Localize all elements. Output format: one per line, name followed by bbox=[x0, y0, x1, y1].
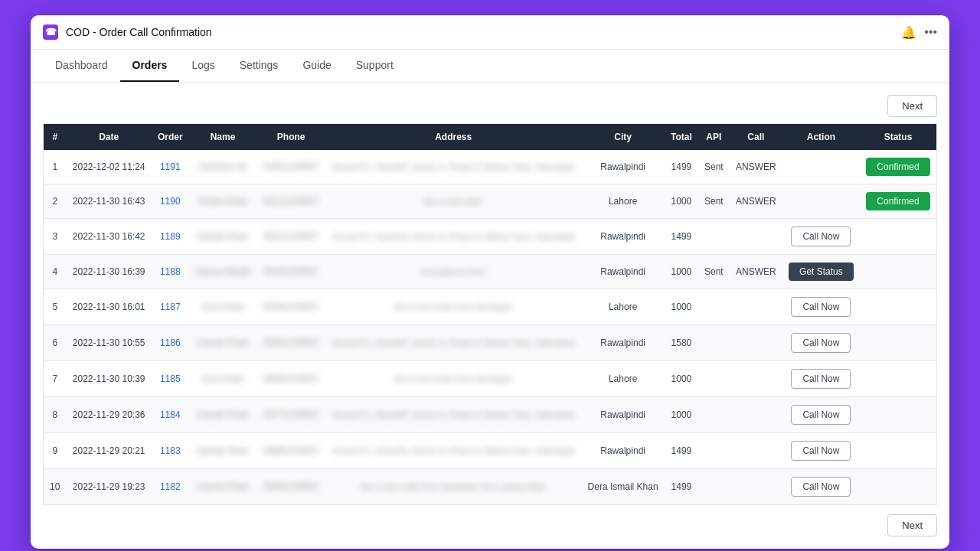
cell-city: Lahore bbox=[581, 361, 665, 397]
table-row: 5 2022-11-30 16:01 1187 Azra Khan 034412… bbox=[44, 289, 937, 325]
order-link[interactable]: 1184 bbox=[160, 409, 181, 420]
cell-total: 1499 bbox=[665, 150, 698, 184]
col-call: Call bbox=[730, 124, 782, 151]
cell-status bbox=[860, 397, 936, 433]
cell-date: 2022-11-30 10:55 bbox=[67, 325, 152, 361]
get-status-button[interactable]: Get Status bbox=[789, 262, 854, 281]
order-link[interactable]: 1189 bbox=[160, 231, 181, 242]
cell-num: 1 bbox=[44, 150, 67, 184]
order-link[interactable]: 1185 bbox=[160, 373, 181, 384]
cell-name: Zainab Khan bbox=[189, 219, 256, 255]
cell-name: Arslan Khan bbox=[189, 184, 256, 219]
cell-phone: 03661234567 bbox=[256, 361, 325, 397]
cell-call bbox=[730, 469, 782, 505]
cell-city: Rawalpindi bbox=[581, 325, 665, 361]
cell-phone: 03991234567 bbox=[256, 469, 325, 505]
window-title: COD - Order Call Confirmation bbox=[66, 26, 893, 38]
notification-icon[interactable]: 🔔 bbox=[901, 25, 916, 40]
cell-order: 1188 bbox=[152, 255, 189, 289]
order-link[interactable]: 1182 bbox=[160, 481, 181, 492]
call-now-button[interactable]: Call Now bbox=[791, 477, 851, 497]
cell-status bbox=[860, 433, 936, 469]
cell-call bbox=[730, 219, 782, 255]
table-row: 9 2022-11-29 20:21 1183 Zainab Khan 0388… bbox=[44, 433, 937, 469]
table-row: 3 2022-11-30 16:42 1189 Zainab Khan 0322… bbox=[44, 219, 937, 255]
call-now-button[interactable]: Call Now bbox=[791, 297, 851, 317]
cell-call bbox=[730, 325, 782, 361]
table-row: 7 2022-11-30 10:39 1185 Azra Khan 036612… bbox=[44, 361, 937, 397]
main-content: Next # Date Order Name Phone Address Cit… bbox=[31, 83, 949, 549]
cell-api: Sent bbox=[698, 184, 730, 219]
call-now-button[interactable]: Call Now bbox=[791, 405, 851, 425]
cell-address: House#71, Street#9, Sector H, Phase 8, B… bbox=[325, 433, 581, 469]
call-now-button[interactable]: Call Now bbox=[791, 441, 851, 461]
col-action: Action bbox=[782, 124, 860, 151]
order-link[interactable]: 1187 bbox=[160, 302, 181, 312]
confirmed-button[interactable]: Confirmed bbox=[866, 158, 929, 176]
cell-phone: 03331234567 bbox=[256, 255, 325, 289]
cell-name: Azra Khan bbox=[189, 289, 256, 325]
table-row: 8 2022-11-29 20:36 1184 Zainab Khan 0377… bbox=[44, 397, 937, 433]
next-button-top[interactable]: Next bbox=[887, 95, 937, 117]
cell-status: Confirmed bbox=[860, 184, 936, 219]
cell-call bbox=[730, 361, 782, 397]
cell-api bbox=[698, 397, 730, 433]
cell-date: 2022-11-30 16:42 bbox=[67, 219, 152, 255]
cell-date: 2022-11-30 10:39 bbox=[67, 361, 152, 397]
nav-settings[interactable]: Settings bbox=[227, 50, 291, 82]
more-options-icon[interactable]: ••• bbox=[924, 25, 937, 39]
cell-city: Rawalpindi bbox=[581, 397, 665, 433]
order-link[interactable]: 1190 bbox=[160, 196, 181, 207]
call-now-button[interactable]: Call Now bbox=[791, 227, 851, 246]
cell-action bbox=[782, 150, 860, 184]
cell-order: 1184 bbox=[152, 397, 189, 433]
cell-name: Zainab Khan bbox=[189, 433, 256, 469]
nav-dashboard[interactable]: Dashboard bbox=[43, 50, 120, 82]
cell-name: Zeeshan Ali bbox=[189, 150, 256, 184]
nav-orders[interactable]: Orders bbox=[120, 50, 180, 82]
cell-call: ANSWER bbox=[730, 255, 782, 289]
order-link[interactable]: 1183 bbox=[160, 445, 181, 456]
cell-phone: 03221234567 bbox=[256, 219, 325, 255]
cell-total: 1499 bbox=[665, 433, 698, 469]
cell-action: Call Now bbox=[782, 397, 860, 433]
cell-order: 1189 bbox=[152, 219, 189, 255]
call-now-button[interactable]: Call Now bbox=[791, 333, 851, 353]
cell-call bbox=[730, 289, 782, 325]
cell-phone: 03441234567 bbox=[256, 289, 325, 325]
cell-order: 1190 bbox=[152, 184, 189, 219]
cell-action: Call Now bbox=[782, 469, 860, 505]
order-link[interactable]: 1191 bbox=[160, 161, 181, 172]
cell-status bbox=[860, 255, 936, 289]
order-link[interactable]: 1188 bbox=[160, 266, 181, 277]
nav-guide[interactable]: Guide bbox=[290, 50, 343, 82]
col-order: Order bbox=[152, 124, 189, 151]
nav-support[interactable]: Support bbox=[344, 50, 406, 82]
cell-api bbox=[698, 469, 730, 505]
title-bar: ☎ COD - Order Call Confirmation 🔔 ••• bbox=[31, 15, 949, 50]
cell-date: 2022-11-30 16:01 bbox=[67, 289, 152, 325]
cell-total: 1499 bbox=[665, 219, 698, 255]
cell-address: House#71, Street#9, Sector H, Phase 8, B… bbox=[325, 219, 581, 255]
next-button-bottom[interactable]: Next bbox=[887, 514, 937, 536]
app-window: ☎ COD - Order Call Confirmation 🔔 ••• Da… bbox=[31, 15, 949, 549]
cell-total: 1000 bbox=[665, 289, 698, 325]
table-row: 6 2022-11-30 10:55 1186 Zainab Khan 0355… bbox=[44, 325, 937, 361]
cell-order: 1187 bbox=[152, 289, 189, 325]
col-name: Name bbox=[189, 124, 256, 151]
cell-api bbox=[698, 325, 730, 361]
cell-city: Rawalpindi bbox=[581, 255, 665, 289]
cell-api: Sent bbox=[698, 255, 730, 289]
nav-logs[interactable]: Logs bbox=[179, 50, 227, 82]
cell-address: this is test order from developer from u… bbox=[325, 469, 581, 505]
order-link[interactable]: 1186 bbox=[160, 337, 181, 348]
cell-date: 2022-11-30 16:43 bbox=[67, 184, 152, 219]
cell-status bbox=[860, 289, 936, 325]
confirmed-button[interactable]: Confirmed bbox=[866, 192, 929, 210]
cell-action: Call Now bbox=[782, 361, 860, 397]
col-date: Date bbox=[67, 124, 152, 151]
cell-address: this is test order from developer bbox=[325, 289, 581, 325]
cell-date: 2022-12-02 11:24 bbox=[67, 150, 152, 184]
cell-status bbox=[860, 325, 936, 361]
call-now-button[interactable]: Call Now bbox=[791, 369, 851, 389]
